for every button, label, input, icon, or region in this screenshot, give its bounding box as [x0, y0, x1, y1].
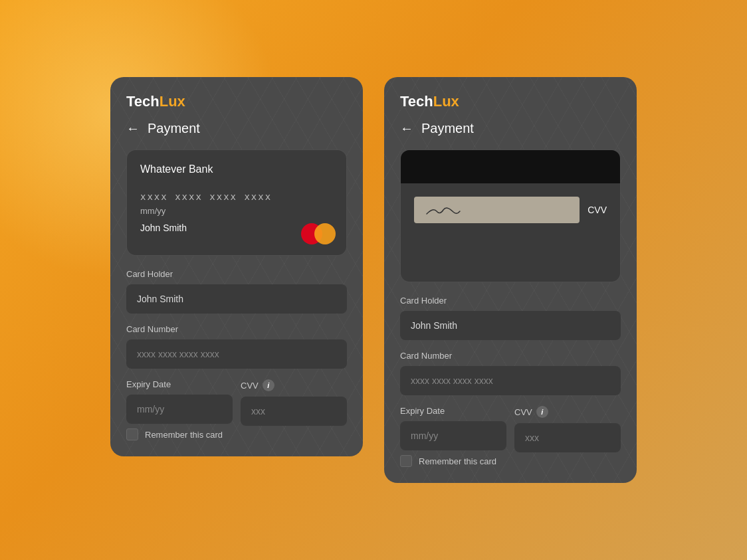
page-header-1: ← Payment — [126, 121, 347, 136]
back-button-2[interactable]: ← — [400, 121, 413, 136]
page-title-2: Payment — [421, 121, 474, 136]
brand-lux-1: Lux — [160, 93, 185, 110]
card-number-label-1: Card Number — [126, 324, 347, 334]
expiry-label-1: Expiry Date — [126, 379, 233, 389]
mastercard-logo — [301, 223, 336, 244]
remember-label-2: Remember this card — [419, 456, 496, 466]
expiry-input-1[interactable] — [126, 395, 233, 424]
cvv-input-1[interactable] — [241, 397, 347, 426]
magnetic-stripe — [401, 150, 620, 183]
card-number-input-2[interactable] — [400, 366, 621, 395]
brand-tech-1: Tech — [126, 93, 160, 110]
card-number-display: xxxx xxxx xxxx xxxx — [140, 191, 333, 202]
cvv-group-1: CVV i — [241, 379, 347, 426]
card-holder-label-1: Card Holder — [126, 269, 347, 279]
expiry-group-1: Expiry Date — [126, 379, 233, 426]
page-title-1: Payment — [148, 121, 200, 136]
brand-lux-2: Lux — [433, 93, 459, 110]
back-button-1[interactable]: ← — [126, 121, 140, 136]
page-header-2: ← Payment — [400, 121, 621, 136]
brand-logo-2: TechLux — [400, 93, 621, 110]
cvv-input-2[interactable] — [514, 423, 621, 452]
cvv-text-label-2: CVV — [514, 407, 532, 417]
signature-svg — [423, 202, 463, 218]
expiry-cvv-row-2: Expiry Date CVV i — [400, 406, 621, 452]
card-holder-field-group-2: Card Holder — [400, 296, 621, 351]
card-panel-front: TechLux ← Payment Whatever Bank xxxx xxx… — [110, 77, 363, 456]
card-holder-input-2[interactable] — [400, 311, 621, 340]
bank-name: Whatever Bank — [140, 163, 333, 175]
cvv-back-label: CVV — [587, 205, 607, 215]
credit-card-front-visual: Whatever Bank xxxx xxxx xxxx xxxx mm/yy … — [126, 149, 347, 256]
cards-container: TechLux ← Payment Whatever Bank xxxx xxx… — [110, 77, 637, 483]
signature-box — [414, 197, 580, 223]
cvv-text-label-1: CVV — [241, 381, 259, 391]
card-number-label-2: Card Number — [400, 351, 621, 361]
expiry-label-2: Expiry Date — [400, 406, 506, 416]
brand-tech-2: Tech — [400, 93, 433, 110]
expiry-cvv-row-1: Expiry Date CVV i — [126, 379, 347, 426]
cvv-label-row-2: CVV i — [514, 406, 621, 418]
cvv-info-icon-1[interactable]: i — [263, 379, 274, 391]
card-holder-field-group-1: Card Holder — [126, 269, 347, 324]
card-number-field-group-2: Card Number — [400, 351, 621, 406]
card-number-input-1[interactable] — [126, 339, 347, 369]
remember-checkbox-1[interactable] — [126, 428, 138, 440]
credit-card-back-visual: CVV — [400, 149, 621, 282]
card-holder-input-1[interactable] — [126, 284, 347, 314]
card-holder-label-2: Card Holder — [400, 296, 621, 306]
expiry-group-2: Expiry Date — [400, 406, 506, 452]
cvv-info-icon-2[interactable]: i — [536, 406, 548, 418]
card-panel-back: TechLux ← Payment CVV Card Holder — [384, 77, 637, 483]
remember-checkbox-2[interactable] — [400, 455, 412, 467]
card-expiry-display: mm/yy — [140, 206, 333, 216]
cvv-group-2: CVV i — [514, 406, 621, 452]
signature-area: CVV — [401, 197, 620, 223]
expiry-input-2[interactable] — [400, 421, 506, 450]
remember-row-2: Remember this card — [400, 455, 621, 467]
mastercard-orange-circle — [314, 223, 336, 244]
cvv-label-row-1: CVV i — [241, 379, 347, 391]
brand-logo-1: TechLux — [126, 93, 347, 110]
remember-row-1: Remember this card — [126, 428, 347, 440]
remember-label-1: Remember this card — [145, 430, 223, 440]
card-number-field-group-1: Card Number — [126, 324, 347, 379]
